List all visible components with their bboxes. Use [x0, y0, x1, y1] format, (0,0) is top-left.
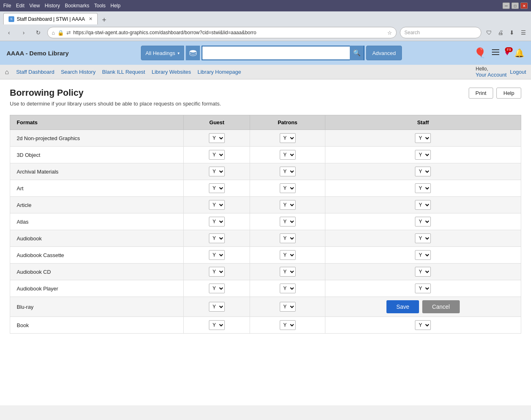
active-tab[interactable]: S Staff Dashboard | STWI | AAAA ✕ [3, 13, 98, 24]
guest-select[interactable]: YN [209, 200, 225, 210]
patrons-select[interactable]: YN [280, 250, 296, 260]
advanced-search-button[interactable]: Advanced [366, 46, 402, 60]
browser-search-bar[interactable]: Search [400, 27, 481, 38]
account-section: Hello, Your Account Logout [476, 66, 526, 78]
staff-select[interactable]: YN [415, 167, 431, 176]
cancel-button[interactable]: Cancel [422, 300, 460, 313]
maximize-button[interactable]: □ [511, 2, 519, 9]
nav-blank-ill[interactable]: Blank ILL Request [100, 69, 148, 75]
search-input[interactable] [202, 50, 350, 56]
home-nav-icon[interactable]: ⌂ [5, 68, 9, 76]
guest-select[interactable]: YN [209, 217, 225, 226]
url-text: https://qa-stwi-agent.auto-graphics.com/… [73, 30, 385, 35]
staff-select[interactable]: YN [415, 133, 431, 143]
staff-select[interactable]: YN [415, 150, 431, 160]
staff-select[interactable]: YN [415, 200, 431, 210]
policy-table: Formats Guest Patrons Staff 2d Non-proje… [10, 115, 521, 334]
app: AAAA - Demo Library All Headings ▾ 🔍 Adv… [0, 41, 531, 405]
connection-icon: ⇄ [66, 30, 71, 36]
guest-select[interactable]: YN [209, 267, 225, 277]
policy-table-container: Formats Guest Patrons Staff 2d Non-proje… [10, 115, 521, 334]
balloon-icon[interactable]: 🎈 [474, 47, 486, 59]
staff-select[interactable]: YN [415, 250, 431, 260]
back-button[interactable]: ‹ [3, 27, 15, 38]
heading-dropdown[interactable]: All Headings ▾ [141, 46, 184, 60]
save-button[interactable]: Save [386, 300, 419, 313]
bookmark-icon[interactable]: ☆ [387, 30, 392, 36]
staff-select[interactable]: YN [415, 267, 431, 277]
staff-select[interactable]: YN [415, 183, 431, 193]
new-tab-button[interactable]: + [99, 16, 109, 24]
menu-edit[interactable]: Edit [16, 3, 24, 9]
guest-select[interactable]: YN [209, 320, 225, 330]
lock-icon: 🔒 [57, 30, 64, 36]
staff-select[interactable]: YN [415, 320, 431, 330]
staff-select[interactable]: YN [415, 284, 431, 293]
guest-select[interactable]: YN [209, 183, 225, 193]
menu-icon[interactable]: ☰ [519, 28, 528, 37]
logout-button[interactable]: Logout [510, 69, 526, 75]
download-icon[interactable]: ⬇ [507, 28, 516, 37]
guest-cell: YN [184, 213, 250, 230]
nav-staff-dashboard[interactable]: Staff Dashboard [14, 69, 57, 75]
nav-search-history[interactable]: Search History [58, 69, 98, 75]
guest-select[interactable]: YN [209, 250, 225, 260]
list-icon[interactable] [491, 48, 500, 59]
patrons-select[interactable]: YN [280, 183, 296, 193]
nav-library-websites[interactable]: Library Websites [149, 69, 193, 75]
patrons-select[interactable]: YN [280, 302, 296, 312]
url-bar[interactable]: ⌂ 🔒 ⇄ https://qa-stwi-agent.auto-graphic… [47, 27, 397, 38]
menu-bookmarks[interactable]: Bookmarks [65, 3, 89, 9]
guest-select[interactable]: YN [209, 167, 225, 176]
patrons-select[interactable]: YN [280, 267, 296, 277]
guest-select[interactable]: YN [209, 133, 225, 143]
database-icon[interactable] [186, 46, 200, 60]
chevron-down-icon: ▾ [178, 51, 180, 55]
patrons-cell: YN [250, 130, 325, 147]
f9-badge: F9 [505, 47, 513, 52]
tab-favicon: S [9, 16, 14, 22]
patrons-select[interactable]: YN [280, 133, 296, 143]
staff-select[interactable]: YN [415, 233, 431, 243]
guest-select[interactable]: YN [209, 302, 225, 312]
menu-help[interactable]: Help [110, 3, 121, 9]
shield-icon[interactable]: 🛡 [485, 28, 494, 37]
col-header-guest: Guest [184, 115, 250, 130]
title-bar: File Edit View History Bookmarks Tools H… [0, 0, 531, 11]
home-icon: ⌂ [52, 30, 55, 36]
menu-view[interactable]: View [29, 3, 40, 9]
patrons-select[interactable]: YN [280, 167, 296, 176]
menu-file[interactable]: File [3, 3, 11, 9]
help-button[interactable]: Help [496, 88, 521, 99]
print-button[interactable]: Print [469, 88, 494, 99]
patrons-select[interactable]: YN [280, 284, 296, 293]
minimize-button[interactable]: ─ [502, 2, 510, 9]
guest-select[interactable]: YN [209, 284, 225, 293]
menu-tools[interactable]: Tools [94, 3, 105, 9]
heading-dropdown-label: All Headings [145, 50, 175, 56]
guest-cell: YN [184, 280, 250, 297]
patrons-select[interactable]: YN [280, 233, 296, 243]
patrons-select[interactable]: YN [280, 217, 296, 226]
nav-library-homepage[interactable]: Library Homepage [195, 69, 244, 75]
reload-button[interactable]: ↻ [33, 27, 44, 38]
guest-cell: YN [184, 264, 250, 280]
svg-point-0 [190, 50, 196, 53]
close-button[interactable]: ✕ [520, 2, 528, 9]
search-button[interactable]: 🔍 [350, 46, 364, 60]
print-ext-icon[interactable]: 🖨 [496, 28, 505, 37]
table-row: AtlasYNYNYN [10, 213, 521, 230]
tab-close-icon[interactable]: ✕ [89, 16, 92, 22]
guest-select[interactable]: YN [209, 150, 225, 160]
menu-history[interactable]: History [45, 3, 60, 9]
patrons-select[interactable]: YN [280, 200, 296, 210]
notification-bell-icon[interactable]: 🔔 [514, 48, 524, 58]
guest-select[interactable]: YN [209, 233, 225, 243]
patrons-select[interactable]: YN [280, 320, 296, 330]
format-cell: Audiobook Cassette [10, 247, 184, 264]
your-account-link[interactable]: Your Account [476, 72, 507, 78]
patrons-select[interactable]: YN [280, 150, 296, 160]
favorites-icon[interactable]: ♥ F9 [505, 49, 509, 57]
staff-select[interactable]: YN [415, 217, 431, 226]
forward-button[interactable]: › [18, 27, 29, 38]
